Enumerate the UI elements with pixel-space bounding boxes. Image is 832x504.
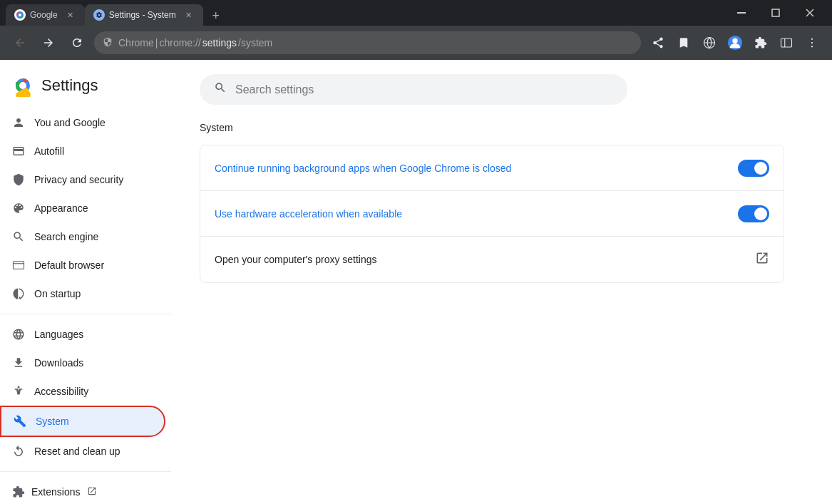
sidebar-item-privacy-security[interactable]: Privacy and security <box>0 165 165 194</box>
search-icon <box>214 81 227 98</box>
tabs-area: Google ✕ Settings - System ✕ + <box>0 0 725 26</box>
sidebar-item-downloads[interactable]: Downloads <box>0 349 165 377</box>
forward-button[interactable] <box>37 31 60 54</box>
sidebar-item-languages[interactable]: Languages <box>0 320 165 349</box>
minimize-button[interactable] <box>725 0 758 26</box>
background-apps-toggle[interactable] <box>738 160 769 177</box>
svg-point-0 <box>19 14 21 16</box>
settings-row-proxy: Open your computer's proxy settings <box>200 237 784 282</box>
search-bar[interactable] <box>200 74 627 105</box>
hardware-acceleration-toggle[interactable] <box>738 205 769 222</box>
sidebar-icon[interactable] <box>775 31 798 54</box>
sidebar-title: Settings <box>41 76 98 95</box>
sidebar-label-autofill: Autofill <box>34 145 64 157</box>
reset-icon <box>11 444 26 458</box>
svg-point-10 <box>811 38 813 40</box>
sidebar-label-privacy-security: Privacy and security <box>34 174 123 185</box>
hardware-acceleration-label: Use hardware acceleration when available <box>215 208 738 220</box>
sidebar-label-accessibility: Accessibility <box>34 386 88 397</box>
search-engine-icon <box>11 230 26 244</box>
sidebar: Settings You and Google Autofill Privacy… <box>0 60 171 504</box>
sidebar-item-extensions[interactable]: Extensions <box>0 478 165 504</box>
secure-icon <box>103 37 113 49</box>
share-icon[interactable] <box>647 31 669 54</box>
address-text: Chrome | chrome:// settings /system <box>118 37 272 48</box>
sidebar-item-autofill[interactable]: Autofill <box>0 137 165 165</box>
translate-icon[interactable] <box>698 31 721 54</box>
sidebar-item-on-startup[interactable]: On startup <box>0 279 165 308</box>
search-input[interactable] <box>235 83 613 96</box>
sidebar-item-appearance[interactable]: Appearance <box>0 194 165 222</box>
sidebar-label-extensions: Extensions <box>31 486 80 498</box>
palette-icon <box>11 201 26 215</box>
address-bar[interactable]: Chrome | chrome:// settings /system <box>94 31 641 54</box>
settings-card: Continue running background apps when Go… <box>200 145 784 283</box>
sidebar-divider <box>0 314 171 314</box>
proxy-settings-label: Open your computer's proxy settings <box>215 254 755 265</box>
settings-row-background-apps: Continue running background apps when Go… <box>200 145 784 191</box>
shield-icon <box>11 173 26 187</box>
tab-google-label: Google <box>30 10 58 20</box>
tab-settings[interactable]: Settings - System ✕ <box>85 4 203 26</box>
close-button[interactable] <box>794 0 826 26</box>
sidebar-item-search-engine[interactable]: Search engine <box>0 222 165 251</box>
extensions-external-link-icon <box>87 486 97 498</box>
section-title: System <box>200 122 784 133</box>
on-startup-icon <box>11 287 26 301</box>
reload-button[interactable] <box>66 31 88 54</box>
download-icon <box>11 356 26 370</box>
menu-icon[interactable] <box>801 31 823 54</box>
wrench-icon <box>13 414 27 428</box>
svg-point-14 <box>19 82 26 89</box>
globe-icon <box>11 327 26 341</box>
main-layout: Settings You and Google Autofill Privacy… <box>0 60 832 504</box>
profile-icon[interactable] <box>724 31 746 54</box>
sidebar-item-accessibility[interactable]: Accessibility <box>0 377 165 406</box>
svg-point-12 <box>811 46 813 47</box>
sidebar-item-system[interactable]: System <box>0 406 165 437</box>
sidebar-item-you-and-google[interactable]: You and Google <box>0 108 165 137</box>
tab-settings-close[interactable]: ✕ <box>183 9 195 21</box>
sidebar-label-reset-clean: Reset and clean up <box>34 446 120 457</box>
sidebar-label-default-browser: Default browser <box>34 259 104 271</box>
address-path: /system <box>238 37 272 48</box>
svg-point-7 <box>732 38 737 43</box>
svg-rect-15 <box>14 262 24 269</box>
sidebar-item-reset-clean[interactable]: Reset and clean up <box>0 437 165 466</box>
sidebar-item-default-browser[interactable]: Default browser <box>0 251 165 279</box>
person-icon <box>11 115 26 130</box>
sidebar-divider-2 <box>0 471 171 472</box>
address-host: settings <box>202 37 237 48</box>
address-separator: | <box>155 37 158 48</box>
chrome-logo-icon <box>11 74 34 97</box>
sidebar-label-downloads: Downloads <box>34 357 83 369</box>
tab-google[interactable]: Google ✕ <box>6 4 85 26</box>
back-button[interactable] <box>9 31 31 54</box>
address-protocol: chrome:// <box>159 37 200 48</box>
proxy-external-link-icon[interactable] <box>755 251 769 269</box>
new-tab-button[interactable]: + <box>206 6 226 26</box>
svg-point-11 <box>811 42 813 43</box>
google-favicon <box>14 9 26 21</box>
svg-point-17 <box>18 386 20 389</box>
address-scheme: Chrome <box>118 37 154 48</box>
bookmark-icon[interactable] <box>672 31 695 54</box>
extensions-icon[interactable] <box>749 31 772 54</box>
maximize-button[interactable] <box>759 0 792 26</box>
accessibility-icon <box>11 384 26 398</box>
settings-row-hardware-acceleration: Use hardware acceleration when available <box>200 191 784 237</box>
sidebar-label-search-engine: Search engine <box>34 231 98 242</box>
autofill-icon <box>11 144 26 158</box>
sidebar-label-you-and-google: You and Google <box>34 117 106 128</box>
window-controls <box>725 0 832 26</box>
extensions-sidebar-icon <box>11 485 26 499</box>
tab-google-close[interactable]: ✕ <box>65 9 76 21</box>
sidebar-label-system: System <box>36 416 69 427</box>
sidebar-label-appearance: Appearance <box>34 202 88 214</box>
titlebar: Google ✕ Settings - System ✕ + <box>0 0 832 26</box>
default-browser-icon <box>11 258 26 272</box>
sidebar-label-languages: Languages <box>34 329 83 340</box>
navbar: Chrome | chrome:// settings /system <box>0 26 832 60</box>
sidebar-header: Settings <box>0 66 171 108</box>
svg-rect-8 <box>781 38 792 47</box>
